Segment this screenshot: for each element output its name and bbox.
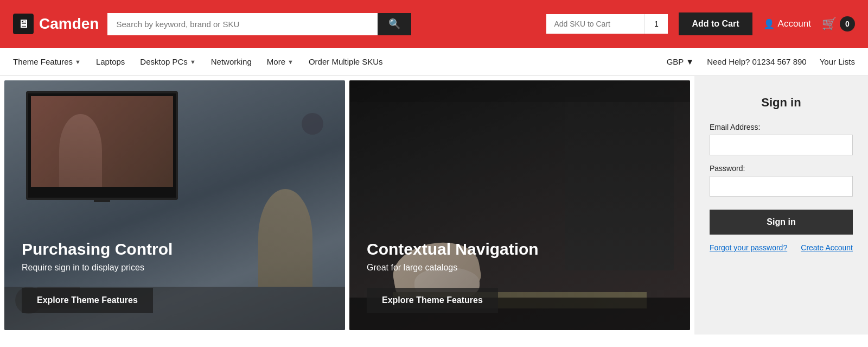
forgot-password-link[interactable]: Forgot your password? <box>710 243 787 252</box>
cart-icon: 🛒 <box>822 17 837 31</box>
chevron-down-icon: ▼ <box>75 59 81 65</box>
hero-content-2: Contextual Navigation Great for large ca… <box>349 80 690 330</box>
nav-item-order-multiple[interactable]: Order Multiple SKUs <box>309 57 383 66</box>
email-group: Email Address: <box>710 123 853 155</box>
chevron-down-icon: ▼ <box>190 59 196 65</box>
hero-title-1: Purchasing Control <box>22 240 328 258</box>
account-link[interactable]: 👤 Account <box>763 18 811 30</box>
signin-title: Sign in <box>710 96 853 110</box>
explore-btn-1[interactable]: Explore Theme Features <box>22 288 153 313</box>
nav-right: GBP ▼ Need Help? 01234 567 890 Your List… <box>667 57 855 66</box>
password-group: Password: <box>710 164 853 197</box>
password-input[interactable] <box>710 176 853 197</box>
email-label: Email Address: <box>710 123 853 131</box>
nav-item-currency[interactable]: GBP ▼ <box>667 57 694 66</box>
hero-section: Purchasing Control Require sign in to di… <box>0 76 694 335</box>
signin-links: Forgot your password? Create Account <box>710 243 853 252</box>
chevron-down-icon: ▼ <box>686 57 694 66</box>
nav-item-desktop-pcs[interactable]: Desktop PCs ▼ <box>140 57 195 66</box>
logo[interactable]: 🖥 Camden <box>13 14 99 34</box>
search-button[interactable]: 🔍 <box>378 13 411 35</box>
main-content: Purchasing Control Require sign in to di… <box>0 76 868 335</box>
hero-content-1: Purchasing Control Require sign in to di… <box>4 80 345 330</box>
explore-btn-2[interactable]: Explore Theme Features <box>367 288 498 313</box>
password-label: Password: <box>710 164 853 173</box>
signin-button[interactable]: Sign in <box>710 210 853 235</box>
add-to-cart-button[interactable]: Add to Cart <box>679 12 752 35</box>
nav-item-help[interactable]: Need Help? 01234 567 890 <box>707 57 807 66</box>
logo-text: Camden <box>39 15 99 33</box>
nav-item-your-lists[interactable]: Your Lists <box>820 57 855 66</box>
sku-quantity[interactable] <box>644 14 668 34</box>
hero-card-contextual-nav: Contextual Navigation Great for large ca… <box>349 80 690 330</box>
header: 🖥 Camden 🔍 Add to Cart 👤 Account 🛒 0 <box>0 0 868 48</box>
monitor-icon: 🖥 <box>18 18 29 30</box>
hero-subtitle-2: Great for large catalogs <box>367 263 673 273</box>
hero-subtitle-1: Require sign in to display prices <box>22 263 328 273</box>
chevron-down-icon: ▼ <box>288 59 293 65</box>
nav-item-laptops[interactable]: Laptops <box>96 57 125 66</box>
sku-input[interactable] <box>546 14 644 34</box>
create-account-link[interactable]: Create Account <box>801 243 853 252</box>
header-right: Add to Cart 👤 Account 🛒 0 <box>546 12 855 35</box>
cart-link[interactable]: 🛒 0 <box>822 16 855 31</box>
search-input[interactable] <box>107 13 378 35</box>
search-bar: 🔍 <box>107 13 411 35</box>
sku-add-container <box>546 14 668 34</box>
search-icon: 🔍 <box>388 18 400 29</box>
navigation: Theme Features ▼ Laptops Desktop PCs ▼ N… <box>0 48 868 76</box>
nav-item-theme-features[interactable]: Theme Features ▼ <box>13 57 81 66</box>
email-input[interactable] <box>710 135 853 155</box>
logo-icon: 🖥 <box>13 14 34 34</box>
account-icon: 👤 <box>763 18 775 30</box>
hero-title-2: Contextual Navigation <box>367 240 673 258</box>
nav-left: Theme Features ▼ Laptops Desktop PCs ▼ N… <box>13 57 667 66</box>
cart-badge: 0 <box>840 16 855 31</box>
nav-item-more[interactable]: More ▼ <box>267 57 293 66</box>
nav-item-networking[interactable]: Networking <box>211 57 252 66</box>
signin-sidebar: Sign in Email Address: Password: Sign in… <box>694 76 868 335</box>
account-label: Account <box>778 18 811 29</box>
hero-card-purchasing-control: Purchasing Control Require sign in to di… <box>4 80 345 330</box>
